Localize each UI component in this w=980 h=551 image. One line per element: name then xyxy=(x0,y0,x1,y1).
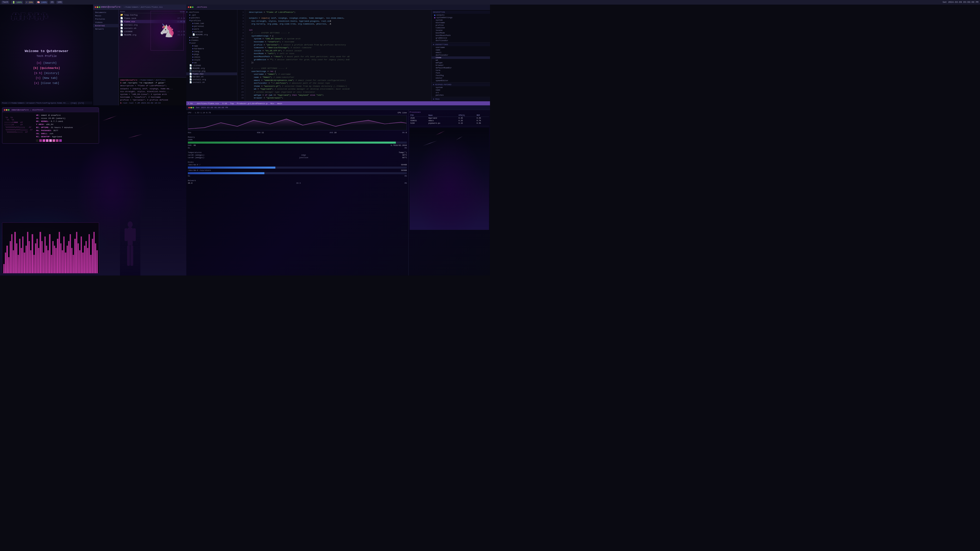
win-max[interactable] xyxy=(99,6,100,8)
tree-license[interactable]: 📄 LICENSE xyxy=(186,64,237,67)
sysmon-memory-section: Memory 100% EAM: 95 5.7618/02.2018 0s 0 xyxy=(188,136,407,149)
erp-np-patches[interactable]: patches xyxy=(431,94,490,97)
erp-profile[interactable]: profile xyxy=(431,24,490,27)
tree-profiles[interactable]: ▼ profiles xyxy=(186,19,237,22)
tree-personal[interactable]: ▶ personal xyxy=(186,25,237,27)
erp-timezone[interactable]: timezone xyxy=(431,27,490,29)
tree-shell[interactable]: ▶ shell xyxy=(186,56,237,59)
erp-fontpkg[interactable]: fontPkg xyxy=(431,74,490,77)
erp-system[interactable]: system xyxy=(431,19,490,21)
erp-grubdevice[interactable]: grubDevice xyxy=(431,37,490,39)
tree-style[interactable]: ▶ style xyxy=(186,59,237,61)
erp-email[interactable]: email xyxy=(431,51,490,54)
erp-username[interactable]: username xyxy=(431,46,490,49)
neo-close[interactable] xyxy=(4,109,5,111)
editor-min[interactable] xyxy=(190,6,191,8)
tree-system[interactable]: ▶ system xyxy=(186,36,237,39)
erp-wm[interactable]: wm xyxy=(431,59,490,62)
erp-section-description: description outputs systemSettings syste… xyxy=(431,10,490,43)
erp-np-src[interactable]: src xyxy=(431,91,490,94)
sysmon-temp-type-2: junction xyxy=(299,157,308,159)
viz-bar xyxy=(59,232,60,273)
tree-readme-profiles[interactable]: 📄 README.org xyxy=(186,33,237,36)
tree-app[interactable]: ▶ app xyxy=(186,44,237,47)
fm-sidebar-network[interactable]: Network xyxy=(93,27,118,30)
sysmon-window: Sat 2024-03-09 05:06:00 PM CPU - 1.53 1.… xyxy=(186,105,490,275)
sysmon-close[interactable] xyxy=(188,107,190,108)
erp-theme[interactable]: theme xyxy=(431,56,490,59)
tree-home-lab[interactable]: ▶ home.lab xyxy=(186,22,237,25)
proc-th-mem: MEM xyxy=(476,114,489,117)
sysmon-max[interactable] xyxy=(192,107,194,108)
scene-character xyxy=(120,204,140,275)
fm-sidebar-documents[interactable]: Documents xyxy=(93,11,118,14)
sysmon-disk-dev-1: /dev/dm-0 / xyxy=(188,164,200,166)
editor-code[interactable]: description = "Flake of LibrePhoenix"; o… xyxy=(245,10,431,101)
erp-font[interactable]: font xyxy=(431,72,490,74)
tree-worklab[interactable]: ▶ worklab xyxy=(186,30,237,33)
qb-link-closetab[interactable]: [x] [Close tab] xyxy=(25,81,68,86)
erp-term[interactable]: term xyxy=(431,69,490,72)
qb-link-bookmarks[interactable]: [b] [Quickmarks] xyxy=(25,66,68,71)
tree-pkgs[interactable]: ▶ pkgs xyxy=(186,53,237,56)
erp-defaultroamdir[interactable]: defaultRoamDir xyxy=(431,67,490,69)
erp-dotfiles-dir[interactable]: dotfilesDir xyxy=(431,54,490,56)
neo-max[interactable] xyxy=(8,109,10,111)
code-line-24: email = "emmet@librephoenix.com"; # emai… xyxy=(247,79,430,82)
erp-wmtype[interactable]: wmType xyxy=(431,62,490,64)
tree-install-org[interactable]: 📄 install.org xyxy=(186,78,237,81)
sysmon-cpu-section: CPU - 1.53 1.14 0.78 CPU like xyxy=(188,111,407,134)
fm-sidebar-music[interactable]: Music xyxy=(93,14,118,17)
tree-themes[interactable]: ▶ themes xyxy=(186,39,237,41)
sysmon-network-section: Network 36.0 10.5 0% xyxy=(188,179,407,184)
sysmon-temp-section: Temperatures Temp(°) card0 (amdgpu): edg… xyxy=(188,151,407,159)
tree-user[interactable]: ▼ user xyxy=(186,41,237,44)
editor-close[interactable] xyxy=(188,6,189,8)
tree-desktop-png[interactable]: 🖼 desktop.png xyxy=(186,70,237,73)
erp-hostname[interactable]: hostname xyxy=(431,21,490,24)
tree-flake-nix[interactable]: 📄 flake.nix xyxy=(186,73,237,75)
topbar-left: Tech 🔋 100% ⚡ 29% 🧠 100% 2S 10S xyxy=(2,1,63,4)
neo-min[interactable] xyxy=(6,109,7,111)
erp-dotfilesdir[interactable]: dotfilesDir xyxy=(431,39,490,42)
qb-link-history[interactable]: [S h] [History] xyxy=(25,71,68,76)
erp-outputs[interactable]: outputs xyxy=(431,14,490,16)
erp-locale[interactable]: locale xyxy=(431,29,490,32)
qb-link-search[interactable]: [o] [Search] xyxy=(25,61,68,66)
erp-editor[interactable]: editor xyxy=(431,77,490,79)
tree-dotfiles-root[interactable]: ▼ .dotfiles xyxy=(186,11,237,14)
sysmon-min[interactable] xyxy=(190,107,192,108)
tree-install-sh[interactable]: 📄 install.sh xyxy=(186,81,237,84)
win-min[interactable] xyxy=(97,6,98,8)
code-line-3: outputs = inputs{ self, nixpkgs, nixpkgs… xyxy=(247,17,430,20)
erp-system-settings[interactable]: systemSettings xyxy=(431,16,490,19)
fm-sidebar-external[interactable]: External xyxy=(93,24,118,27)
editor-status-producer: Producer.p/LibrePhoenix.p xyxy=(237,102,267,105)
tree-work[interactable]: ▶ work xyxy=(186,27,237,30)
win-close[interactable] xyxy=(95,6,96,8)
tree-harden-sh[interactable]: 📄 harden.sh xyxy=(186,75,237,78)
erp-np-name[interactable]: name xyxy=(431,89,490,91)
qb-link-newtab[interactable]: [t] [New tab] xyxy=(25,76,68,81)
tree-git[interactable]: ▶ .git xyxy=(186,14,237,16)
viz-bar xyxy=(56,248,57,273)
erp-name[interactable]: name xyxy=(431,49,490,51)
erp-spawneditor[interactable]: spawnEditor xyxy=(431,79,490,82)
tree-wm[interactable]: ▶ wm xyxy=(186,61,237,64)
erp-browser[interactable]: browser xyxy=(431,64,490,67)
viz-bar xyxy=(81,237,82,273)
erp-np-system[interactable]: system xyxy=(431,86,490,89)
fm-sidebar-pictures[interactable]: Pictures xyxy=(93,17,118,21)
fm-sidebar-videos[interactable]: Videos xyxy=(93,21,118,24)
erp-bootmode[interactable]: bootMode xyxy=(431,32,490,34)
sysmon-content: CPU - 1.53 1.14 0.78 CPU like xyxy=(186,110,490,275)
svg-rect-4 xyxy=(127,245,130,266)
sysmon-temp-title: Temperatures xyxy=(188,151,202,154)
erp-bootmountpath[interactable]: bootMountPath xyxy=(431,34,490,37)
tree-hardware[interactable]: ▶ hardware xyxy=(186,47,237,50)
editor-max[interactable] xyxy=(192,6,193,8)
editor-status-file: 7.5k xyxy=(188,102,192,105)
tree-patches[interactable]: ▶ patches xyxy=(186,16,237,19)
tree-lang[interactable]: ▶ lang xyxy=(186,50,237,53)
tree-readme-root[interactable]: 📄 README.org xyxy=(186,67,237,70)
